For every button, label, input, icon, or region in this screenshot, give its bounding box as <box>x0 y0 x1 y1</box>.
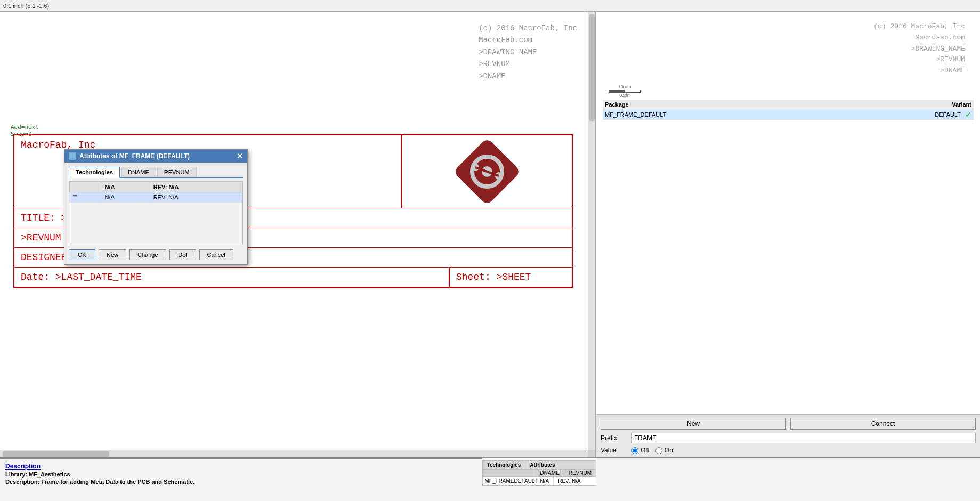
scale-mm-label: 10mm <box>618 84 631 90</box>
brt-subheader-row: DNAME REVNUM <box>483 470 596 477</box>
library-label: Library: <box>5 471 27 478</box>
brt-subh-2: REVNUM <box>564 470 596 476</box>
pkg-package: MF_FRAME_DEFAULT <box>605 111 935 118</box>
off-label: Off <box>641 447 649 454</box>
value-radio-group: Off On <box>631 447 976 454</box>
coord-display: 0.1 inch (5.1 -1.6) <box>3 3 49 9</box>
brt-subh-0 <box>483 470 536 476</box>
pkg-col2: Variant <box>952 101 971 108</box>
prefix-input[interactable] <box>631 433 976 443</box>
desc-label: Description: <box>5 479 39 485</box>
connect-button[interactable]: Connect <box>790 418 976 430</box>
on-radio[interactable] <box>655 447 662 454</box>
on-option[interactable]: On <box>655 447 673 454</box>
scale-in-label: 0.2in <box>619 93 630 98</box>
scroll-h-thumb[interactable] <box>3 451 109 457</box>
description-info: Description: Frame for adding Meta Data … <box>5 479 477 485</box>
off-radio[interactable] <box>631 447 638 454</box>
macrofab-logo <box>455 140 519 204</box>
library-value: MF_Aesthetics <box>29 471 70 478</box>
bottom-right-table-area: Technologies Attributes DNAME REVNUM MF_… <box>482 460 596 486</box>
desc-value: Frame for adding Meta Data to the PCB an… <box>41 479 195 485</box>
library-info: Library: MF_Aesthetics <box>5 471 477 478</box>
value-row: Value Off On <box>601 447 976 454</box>
value-label: Value <box>601 447 627 454</box>
scale-ruler-area: 10mm 0.2in <box>601 82 976 98</box>
check-icon: ✓ <box>965 110 971 119</box>
component-info-area: (c) 2016 MacroFab, Inc MacroFab.com >DRA… <box>596 12 980 414</box>
description-link[interactable]: Description <box>5 463 477 470</box>
pkg-variant: DEFAULT <box>935 111 961 118</box>
right-panel: (c) 2016 MacroFab, Inc MacroFab.com >DRA… <box>596 12 980 457</box>
brt-attr-header: Attributes <box>525 461 559 469</box>
brt-subh-1: DNAME <box>536 470 564 476</box>
on-label: On <box>665 447 673 454</box>
bottom-description-panel: Description Library: MF_Aesthetics Descr… <box>0 458 482 501</box>
off-option[interactable]: Off <box>631 447 649 454</box>
brt-col2: REV: N/A <box>554 477 585 485</box>
coord-bar: 0.1 inch (5.1 -1.6) <box>0 0 980 12</box>
pkg-table-header: Package Variant <box>603 100 974 109</box>
scroll-v-thumb[interactable] <box>589 14 595 121</box>
brt-col0: MF_FRAMEDEFAULT <box>483 477 536 485</box>
package-table-area: Package Variant MF_FRAME_DEFAULT DEFAULT… <box>601 98 976 120</box>
date-cell: Date: >LAST_DATE_TIME <box>14 268 449 287</box>
watermark-text: (c) 2016 MacroFab, Inc MacroFab.com >DRA… <box>479 22 577 82</box>
pkg-table-row[interactable]: MF_FRAME_DEFAULT DEFAULT ✓ <box>603 109 974 120</box>
logo-cell <box>401 135 572 208</box>
brt-col1: N/A <box>536 477 554 485</box>
scroll-horizontal[interactable] <box>0 450 590 457</box>
brt-data-row[interactable]: MF_FRAMEDEFAULT N/A REV: N/A <box>483 477 596 485</box>
sheet-cell: Sheet: >SHEET <box>449 268 572 287</box>
scroll-vertical[interactable] <box>588 12 595 450</box>
brt-tech-header: Technologies <box>483 461 526 469</box>
prefix-row: Prefix <box>601 433 976 443</box>
brt-header-row: Technologies Attributes <box>483 461 596 470</box>
new-connect-row: New Connect <box>601 418 976 430</box>
prefix-label: Prefix <box>601 434 627 442</box>
scroll-corner <box>588 450 595 457</box>
right-watermark: (c) 2016 MacroFab, Inc MacroFab.com >DRA… <box>601 16 976 82</box>
right-footer: New Connect Prefix Value Off On <box>596 414 980 457</box>
pkg-col1: Package <box>605 101 952 108</box>
new-button[interactable]: New <box>601 418 786 430</box>
